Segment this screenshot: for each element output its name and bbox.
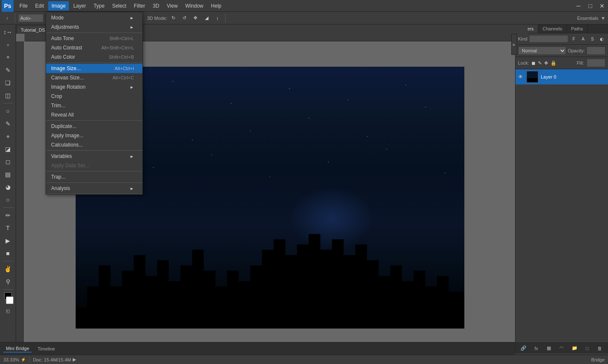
heal-tool[interactable]: ○ bbox=[2, 105, 14, 117]
menu-section-7: Analysis ► bbox=[46, 183, 142, 194]
3d-pan[interactable]: ✥ bbox=[191, 14, 200, 23]
opacity-label: Opacity: bbox=[568, 48, 585, 53]
menu-layer[interactable]: Layer bbox=[70, 1, 89, 11]
crop-tool[interactable]: ❏ bbox=[2, 77, 14, 89]
menu-filter[interactable]: Filter bbox=[131, 1, 149, 11]
new-layer[interactable]: □ bbox=[583, 344, 592, 353]
adjustment-layer[interactable]: ◠ bbox=[557, 344, 566, 353]
menu-window[interactable]: Window bbox=[182, 1, 207, 11]
menu-apply-data-set[interactable]: Apply Data Set... bbox=[46, 161, 142, 170]
bridge-button[interactable]: Bridge bbox=[591, 357, 605, 362]
marquee-tool[interactable]: ▫ bbox=[2, 39, 14, 51]
layer-group[interactable]: 📁 bbox=[570, 344, 579, 353]
menu-image-rotation-label: Image Rotation bbox=[51, 84, 85, 90]
close-button[interactable]: ✕ bbox=[596, 0, 608, 12]
quick-mask[interactable]: ◰ bbox=[2, 305, 14, 317]
menu-variables[interactable]: Variables ► bbox=[46, 152, 142, 161]
layer-style[interactable]: fx bbox=[532, 344, 541, 353]
blur-tool[interactable]: ◕ bbox=[2, 181, 14, 193]
hand-tool[interactable]: ✌ bbox=[2, 263, 14, 275]
panel-collapse-button[interactable]: ► bbox=[511, 34, 517, 55]
path-select[interactable]: ▶ bbox=[2, 235, 14, 247]
history-brush[interactable]: ◪ bbox=[2, 143, 14, 155]
minimize-button[interactable]: ─ bbox=[573, 0, 584, 12]
restore-button[interactable]: □ bbox=[584, 0, 596, 12]
workspace-selector[interactable]: Essentials ▼ bbox=[577, 16, 605, 21]
mini-bridge-tab[interactable]: Mini Bridge bbox=[3, 345, 32, 353]
fill-input[interactable]: 100% bbox=[586, 59, 605, 67]
lock-position[interactable]: ✥ bbox=[544, 60, 548, 66]
menu-type[interactable]: Type bbox=[90, 1, 108, 11]
menu-canvas-size[interactable]: Canvas Size... Alt+Ctrl+C bbox=[46, 73, 142, 82]
menu-image-rotation[interactable]: Image Rotation ► bbox=[46, 82, 142, 92]
tab-paths[interactable]: Paths bbox=[567, 24, 588, 33]
menu-3d[interactable]: 3D bbox=[149, 1, 162, 11]
move-tool[interactable]: ↕↔ bbox=[2, 26, 14, 38]
svg-rect-1 bbox=[527, 78, 538, 82]
move-tool-options[interactable]: ↑ bbox=[3, 14, 12, 23]
link-layers[interactable]: 🔗 bbox=[519, 344, 528, 353]
menu-calculations[interactable]: Calculations... bbox=[46, 140, 142, 149]
menu-analysis[interactable]: Analysis ► bbox=[46, 184, 142, 193]
menu-crop[interactable]: Crop bbox=[46, 92, 142, 101]
menu-mode[interactable]: Mode ► bbox=[46, 13, 142, 22]
menu-trap[interactable]: Trap... bbox=[46, 172, 142, 182]
menu-auto-color-shortcut: Shift+Ctrl+B bbox=[109, 54, 134, 60]
menu-select[interactable]: Select bbox=[109, 1, 129, 11]
3d-roll[interactable]: ↺ bbox=[180, 14, 189, 23]
3d-slide[interactable]: ◢ bbox=[202, 14, 211, 23]
layers-filter-smart[interactable]: S bbox=[589, 35, 596, 43]
eraser-tool[interactable]: ◻ bbox=[2, 156, 14, 168]
layers-filter-adj[interactable]: A bbox=[579, 35, 587, 43]
timeline-tab[interactable]: Timeline bbox=[35, 345, 57, 352]
menu-image[interactable]: Image bbox=[48, 1, 69, 11]
delete-layer[interactable]: 🗑 bbox=[595, 344, 605, 353]
lock-all[interactable]: 🔒 bbox=[551, 60, 556, 66]
menu-view[interactable]: View bbox=[164, 1, 181, 11]
menu-apply-image[interactable]: Apply Image... bbox=[46, 131, 142, 140]
brush-tool[interactable]: ✎ bbox=[2, 118, 14, 130]
lock-transparent[interactable]: ◼ bbox=[532, 60, 535, 66]
dodge-tool[interactable]: ○ bbox=[2, 194, 14, 206]
menu-duplicate[interactable]: Duplicate... bbox=[46, 122, 142, 131]
eyedropper-tool[interactable]: ◫ bbox=[2, 90, 14, 101]
opacity-input[interactable]: 100% bbox=[586, 46, 605, 55]
menu-trim[interactable]: Trim... bbox=[46, 101, 142, 110]
clone-tool[interactable]: ⌖ bbox=[2, 130, 14, 142]
doc-info-arrow[interactable]: ▶ bbox=[73, 357, 76, 362]
shape-tool[interactable]: ■ bbox=[2, 247, 14, 259]
layer-item[interactable]: 👁 Layer 0 bbox=[515, 69, 608, 84]
menu-reveal-all[interactable]: Reveal All bbox=[46, 110, 142, 120]
quick-select-tool[interactable]: ✎ bbox=[2, 64, 14, 76]
layers-search-input[interactable] bbox=[529, 35, 568, 43]
menu-auto-tone[interactable]: Auto Tone Shift+Ctrl+L bbox=[46, 34, 142, 43]
menu-auto-color[interactable]: Auto Color Shift+Ctrl+B bbox=[46, 52, 142, 62]
gradient-tool[interactable]: ▤ bbox=[2, 168, 14, 180]
layer-visibility-eye[interactable]: 👁 bbox=[518, 74, 523, 80]
menu-variables-arrow: ► bbox=[130, 154, 134, 159]
menu-image-size[interactable]: Image Size... Alt+Ctrl+I bbox=[46, 64, 142, 73]
menu-help[interactable]: Help bbox=[207, 1, 225, 11]
type-tool[interactable]: T bbox=[2, 222, 14, 234]
3d-scale[interactable]: ↕ bbox=[213, 14, 222, 23]
fill-label: Fill: bbox=[577, 60, 584, 65]
menu-auto-contrast[interactable]: Auto Contrast Alt+Shift+Ctrl+L bbox=[46, 43, 142, 52]
layers-filter-toggle[interactable]: ◐ bbox=[598, 35, 605, 43]
auto-select-input[interactable] bbox=[18, 14, 44, 22]
menu-analysis-label: Analysis bbox=[51, 185, 70, 191]
tab-channels[interactable]: Channels bbox=[538, 24, 567, 33]
blend-mode-select[interactable]: Normal Multiply Screen bbox=[518, 46, 566, 55]
lock-image[interactable]: ✎ bbox=[538, 60, 542, 66]
layer-mask[interactable]: ▩ bbox=[544, 344, 553, 353]
3d-rotate[interactable]: ↻ bbox=[169, 14, 178, 23]
background-color[interactable] bbox=[6, 296, 14, 304]
menu-duplicate-label: Duplicate... bbox=[51, 123, 76, 129]
menu-adjustments[interactable]: Adjustments ► bbox=[46, 22, 142, 32]
zoom-tool[interactable]: ⚲ bbox=[2, 276, 14, 288]
lasso-tool[interactable]: ⚬ bbox=[2, 52, 14, 63]
pen-tool[interactable]: ✏ bbox=[2, 209, 14, 221]
layers-filter-type[interactable]: F bbox=[570, 35, 578, 43]
toolbar-sep-4 bbox=[144, 14, 144, 23]
menu-edit[interactable]: Edit bbox=[32, 1, 47, 11]
menu-file[interactable]: File bbox=[16, 1, 31, 11]
